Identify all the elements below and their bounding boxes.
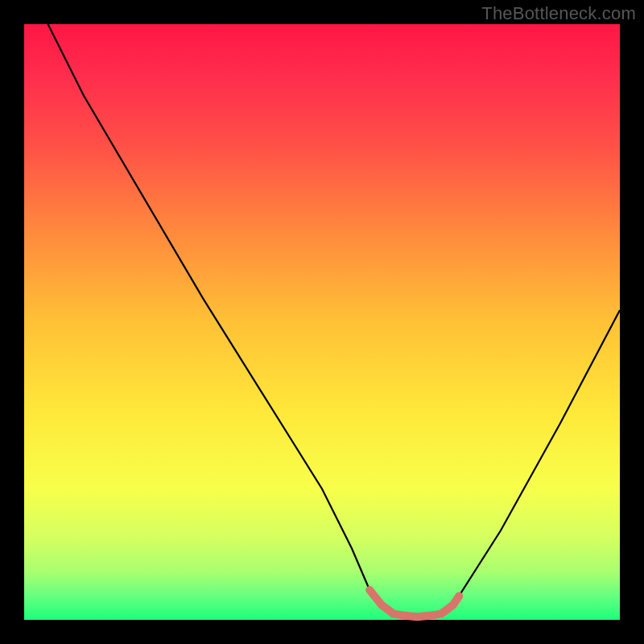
watermark-text: TheBottleneck.com xyxy=(481,3,636,24)
plot-background xyxy=(24,24,620,620)
chart-container: TheBottleneck.com xyxy=(0,0,644,644)
bottleneck-chart xyxy=(0,0,644,644)
